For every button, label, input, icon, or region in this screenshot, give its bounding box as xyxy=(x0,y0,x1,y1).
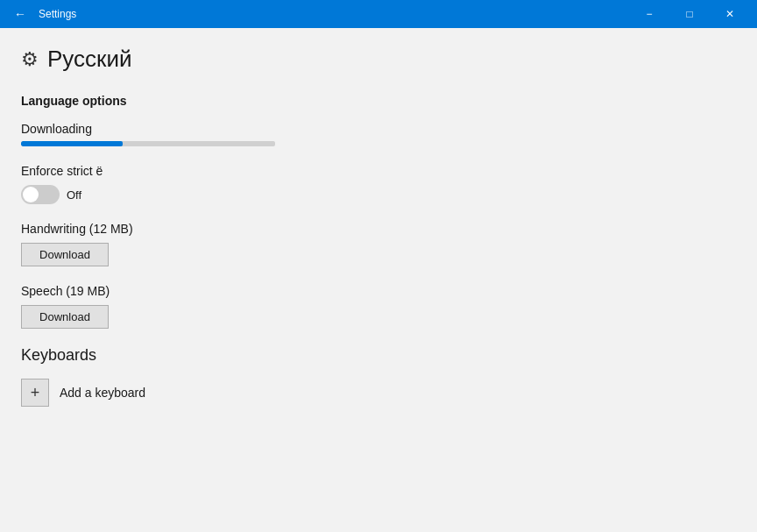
add-keyboard-row[interactable]: + Add a keyboard xyxy=(21,379,736,407)
close-button[interactable]: ✕ xyxy=(710,0,750,28)
page-header: ⚙ Русский xyxy=(21,46,736,73)
speech-feature: Speech (19 MB) Download xyxy=(21,284,736,329)
progress-bar-fill xyxy=(21,141,123,146)
toggle-off-label: Off xyxy=(67,188,81,202)
enforce-strict-label: Enforce strict ё xyxy=(21,164,736,178)
page-title: Русский xyxy=(47,46,131,73)
keyboards-section: Keyboards + Add a keyboard xyxy=(21,346,736,407)
back-icon: ← xyxy=(14,7,26,21)
downloading-status: Downloading xyxy=(21,122,736,136)
plus-icon: + xyxy=(31,384,40,402)
speech-download-button[interactable]: Download xyxy=(21,305,109,329)
minimize-icon: − xyxy=(646,8,652,20)
speech-label: Speech (19 MB) xyxy=(21,284,736,298)
maximize-button[interactable]: □ xyxy=(669,0,710,28)
enforce-strict-row: Off xyxy=(21,185,736,204)
add-keyboard-button[interactable]: + xyxy=(21,379,49,407)
back-button[interactable]: ← xyxy=(7,1,33,27)
toggle-thumb xyxy=(23,187,39,202)
titlebar-title: Settings xyxy=(39,8,629,20)
main-content: ⚙ Русский Language options Downloading E… xyxy=(0,28,757,532)
language-options-section: Language options Downloading Enforce str… xyxy=(21,94,736,329)
minimize-button[interactable]: − xyxy=(629,0,669,28)
enforce-strict-toggle[interactable] xyxy=(21,185,60,204)
settings-window: http://winaero.com http://winaero.com ht… xyxy=(0,0,757,532)
gear-icon: ⚙ xyxy=(21,48,39,71)
handwriting-download-button[interactable]: Download xyxy=(21,243,109,266)
handwriting-label: Handwriting (12 MB) xyxy=(21,222,736,236)
download-progress-bar xyxy=(21,141,275,146)
maximize-icon: □ xyxy=(686,8,692,20)
keyboards-title: Keyboards xyxy=(21,346,736,365)
language-options-title: Language options xyxy=(21,94,736,108)
handwriting-feature: Handwriting (12 MB) Download xyxy=(21,222,736,266)
add-keyboard-label: Add a keyboard xyxy=(60,386,145,400)
titlebar: ← Settings − □ ✕ xyxy=(0,0,757,28)
close-icon: ✕ xyxy=(725,8,734,20)
window-controls: − □ ✕ xyxy=(629,0,750,28)
